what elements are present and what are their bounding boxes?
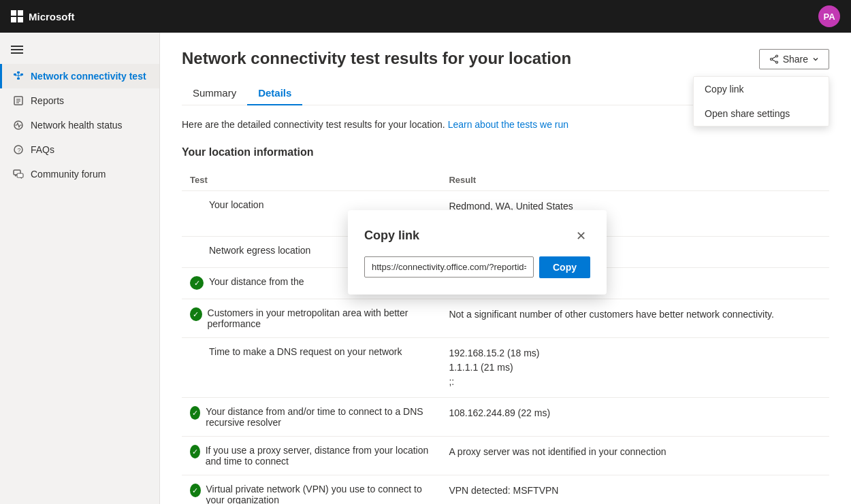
modal-input-row: Copy (364, 256, 590, 278)
copy-link-input[interactable] (364, 256, 534, 278)
modal-close-button[interactable]: ✕ (571, 226, 590, 246)
modal-overlay: Copy link ✕ Copy (0, 0, 851, 504)
modal-header: Copy link ✕ (364, 226, 590, 246)
copy-button[interactable]: Copy (539, 256, 590, 278)
modal-title: Copy link (364, 229, 419, 243)
copy-link-modal: Copy link ✕ Copy (348, 210, 607, 295)
